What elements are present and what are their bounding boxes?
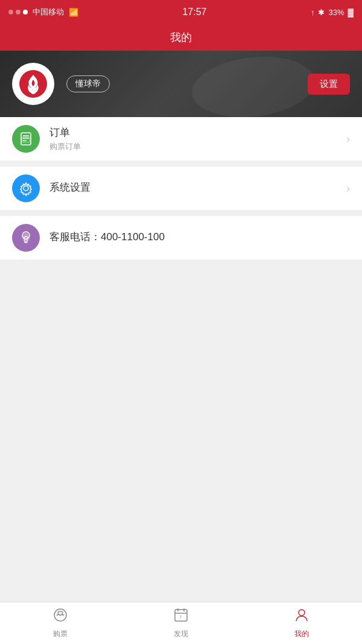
phone-item[interactable]: 客服电话：400-1100-100 [0, 216, 362, 260]
tab-tickets[interactable]: 购票 [0, 602, 121, 644]
phone-icon [12, 224, 40, 252]
profile-banner: 懂球帝 设置 [0, 51, 362, 117]
tab-discover-label: 发现 [174, 629, 188, 639]
system-settings-item[interactable]: 系统设置 › [0, 167, 362, 210]
orders-subtitle: 购票订单 [49, 141, 346, 152]
settings-button[interactable]: 设置 [308, 74, 350, 95]
orders-arrow: › [346, 133, 350, 145]
signal-dot-3 [23, 10, 28, 14]
orders-icon [12, 125, 40, 153]
phone-text: 客服电话：400-1100-100 [49, 230, 350, 246]
svg-point-6 [24, 186, 28, 191]
battery-label: 33% [328, 8, 344, 17]
system-settings-text: 系统设置 [49, 180, 346, 196]
system-settings-section: 系统设置 › [0, 167, 362, 210]
location-icon: ↑ [311, 8, 315, 17]
status-left: 中国移动 📶 [8, 7, 78, 18]
tab-bar: 购票 7 发现 我的 [0, 602, 362, 644]
tab-discover-icon: 7 [173, 607, 189, 626]
tab-tickets-icon [52, 607, 68, 626]
tab-tickets-label: 购票 [53, 629, 68, 639]
phone-title: 客服电话：400-1100-100 [49, 230, 350, 244]
page-header: 我的 [0, 24, 362, 51]
time-display: 17:57 [182, 7, 206, 18]
wifi-icon: 📶 [69, 8, 78, 17]
bluetooth-icon: ✱ [318, 8, 325, 17]
status-right: ↑ ✱ 33% ▓ [311, 8, 354, 17]
content-spacer [0, 266, 362, 507]
svg-point-16 [299, 610, 305, 616]
phone-section: 客服电话：400-1100-100 [0, 216, 362, 260]
carrier-label: 中国移动 [33, 7, 64, 18]
username-text: 懂球帝 [75, 78, 101, 88]
username-badge: 懂球帝 [66, 75, 110, 92]
orders-section: 订单 购票订单 › [0, 117, 362, 161]
battery-icon: ▓ [348, 8, 354, 17]
settings-arrow: › [346, 182, 350, 195]
tab-mine-icon [294, 607, 310, 626]
tab-mine-label: 我的 [294, 629, 309, 639]
page-title: 我的 [170, 30, 192, 45]
svg-point-9 [25, 241, 27, 242]
status-bar: 中国移动 📶 17:57 ↑ ✱ 33% ▓ [0, 0, 362, 24]
content-area: 订单 购票订单 › 系统设置 › [0, 117, 362, 507]
orders-item[interactable]: 订单 购票订单 › [0, 117, 362, 161]
system-settings-title: 系统设置 [49, 180, 346, 194]
signal-dot-2 [16, 10, 21, 14]
signal-dot-1 [8, 10, 13, 14]
tab-discover[interactable]: 7 发现 [121, 602, 241, 644]
orders-text: 订单 购票订单 [49, 126, 346, 152]
tab-mine[interactable]: 我的 [241, 602, 362, 644]
svg-text:7: 7 [179, 615, 182, 619]
orders-title: 订单 [49, 126, 346, 139]
avatar [12, 63, 54, 105]
settings-icon [12, 174, 40, 202]
avatar-icon [19, 70, 47, 98]
